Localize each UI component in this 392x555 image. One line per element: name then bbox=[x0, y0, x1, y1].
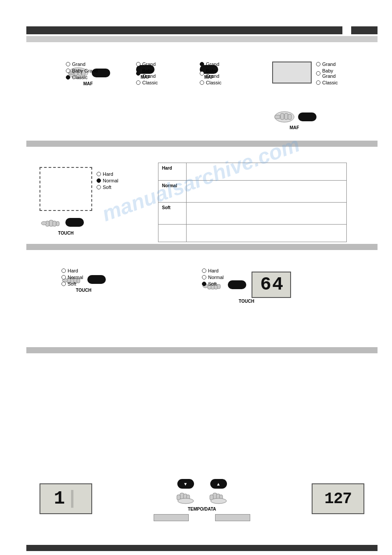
touch-button[interactable] bbox=[65, 218, 84, 227]
radio-normal-s3l[interactable]: Normal bbox=[61, 275, 83, 280]
radio-normal[interactable]: Normal bbox=[97, 178, 118, 183]
radio-classic-3[interactable]: Classic bbox=[200, 80, 221, 85]
bottom-right-display-container: 127 bbox=[312, 483, 364, 514]
radio-hard-s3l[interactable]: Hard bbox=[61, 268, 83, 273]
radio-circle-soft-s3l bbox=[61, 282, 66, 286]
touch-button-row bbox=[40, 214, 92, 230]
button-row-4 bbox=[272, 109, 316, 124]
radio-label-grand-2: Grand bbox=[142, 62, 156, 67]
radio-label-babygrand-1: Baby Grand bbox=[72, 68, 98, 73]
touch-left: Hard Normal Soft TOUCH bbox=[40, 167, 92, 236]
tempo-up-button[interactable]: ▲ bbox=[210, 479, 227, 489]
radio-soft-s3l[interactable]: Soft bbox=[61, 281, 83, 287]
radio-label-normal: Normal bbox=[103, 178, 118, 183]
radio-circle-normal-s3r bbox=[202, 275, 206, 279]
touch-button-s3l[interactable] bbox=[87, 275, 106, 284]
radio-circle-babygrand-2 bbox=[136, 71, 140, 76]
radio-soft-s3r[interactable]: Soft bbox=[202, 281, 223, 287]
hand-icon-touch bbox=[40, 214, 64, 230]
radio-circle-normal-s3l bbox=[61, 275, 66, 279]
radio-label-classic-1: Classic bbox=[72, 75, 87, 80]
radio-label-soft: Soft bbox=[103, 185, 111, 190]
radio-circle-classic-4 bbox=[316, 80, 320, 85]
bottom-left-partial: | bbox=[67, 488, 78, 509]
table-cell-extra-value bbox=[187, 225, 347, 242]
radio-normal-s3r[interactable]: Normal bbox=[202, 275, 223, 280]
info-table-container: Hard Normal Soft bbox=[158, 163, 347, 242]
tempo-down-group: ▼ bbox=[173, 479, 198, 505]
table-cell-normal-value bbox=[187, 181, 347, 203]
radio-hard[interactable]: Hard bbox=[97, 171, 118, 177]
touch-radio-s3-right: Hard Normal Soft bbox=[202, 268, 223, 287]
table-row-normal: Normal bbox=[158, 181, 347, 203]
radio-circle-babygrand-3 bbox=[200, 71, 204, 76]
table-row-extra bbox=[158, 225, 347, 242]
radio-label-babygrand-3: Baby Grand bbox=[206, 68, 221, 79]
radio-classic-2[interactable]: Classic bbox=[136, 80, 158, 85]
radio-grand-1[interactable]: Grand bbox=[66, 62, 98, 67]
tempo-bottom-buttons bbox=[154, 514, 250, 521]
radio-group-3: Grand Baby Grand Classic bbox=[200, 62, 221, 85]
svg-rect-8 bbox=[284, 113, 288, 120]
radio-circle-babygrand-1 bbox=[66, 69, 70, 73]
svg-rect-15 bbox=[56, 221, 59, 226]
radio-label-babygrand-4: Baby Grand bbox=[322, 68, 338, 79]
radio-label-babygrand-2: Baby Grand bbox=[142, 68, 158, 79]
radio-soft[interactable]: Soft bbox=[97, 185, 118, 190]
svg-rect-13 bbox=[53, 221, 56, 226]
radio-circle-soft bbox=[97, 185, 101, 189]
section-divider-2 bbox=[26, 244, 378, 250]
radio-label-grand-4: Grand bbox=[322, 62, 336, 67]
radio-label-soft-s3r: Soft bbox=[208, 281, 217, 287]
svg-rect-10 bbox=[281, 113, 284, 120]
radio-group-2: Grand Baby Grand Classic bbox=[136, 62, 158, 85]
radio-circle-classic-1 bbox=[66, 75, 70, 80]
lcd-digit-4: 4 bbox=[272, 274, 282, 295]
radio-babygrand-2[interactable]: Baby Grand bbox=[136, 68, 158, 79]
section-divider-1 bbox=[26, 141, 378, 147]
radio-group-1: Grand Baby Grand Classic bbox=[66, 62, 98, 80]
radio-label-classic-2: Classic bbox=[142, 80, 158, 85]
touch-button-s3r[interactable] bbox=[228, 280, 246, 289]
svg-point-33 bbox=[178, 498, 194, 504]
radio-babygrand-1[interactable]: Baby Grand bbox=[66, 68, 98, 73]
radio-circle-soft-s3r bbox=[202, 282, 206, 286]
svg-rect-9 bbox=[288, 114, 291, 120]
radio-label-hard-s3l: Hard bbox=[68, 268, 78, 273]
maf-label-1: MAF bbox=[66, 81, 110, 86]
bottom-left-display-container: 1 | bbox=[40, 483, 92, 514]
radio-label-grand-3: Grand bbox=[206, 62, 219, 67]
radio-babygrand-3[interactable]: Baby Grand bbox=[200, 68, 221, 79]
maf-group-2: Grand Baby Grand Classic MAF bbox=[136, 62, 155, 80]
radio-circle-grand-3 bbox=[200, 62, 204, 66]
hand-up-icon bbox=[206, 490, 230, 505]
maf-group-4: Grand Baby Grand Classic MAF bbox=[272, 62, 316, 130]
maf-button-4[interactable] bbox=[298, 112, 316, 121]
lcd-display-64: 6 4 bbox=[252, 272, 291, 298]
tempo-btn-right[interactable] bbox=[215, 514, 250, 521]
tempo-down-button[interactable]: ▼ bbox=[177, 479, 194, 489]
radio-grand-3[interactable]: Grand bbox=[200, 62, 221, 67]
tempo-down-arrow: ▼ bbox=[183, 482, 188, 486]
maf-group-3: Grand Baby Grand Classic MAF bbox=[200, 62, 218, 80]
bottom-left-digit: 1 bbox=[54, 488, 65, 509]
radio-classic-4[interactable]: Classic bbox=[316, 80, 338, 85]
radio-grand-2[interactable]: Grand bbox=[136, 62, 158, 67]
radio-grand-4[interactable]: Grand bbox=[316, 62, 338, 67]
maf-group-1: Grand Baby Grand Classic MAF bbox=[66, 62, 110, 86]
radio-label-classic-4: Classic bbox=[322, 80, 338, 85]
radio-babygrand-4[interactable]: Baby Grand bbox=[316, 68, 338, 79]
table-row-hard: Hard bbox=[158, 163, 347, 181]
touch-label: TOUCH bbox=[40, 231, 92, 236]
sub-header-bar bbox=[26, 36, 378, 42]
bottom-bar bbox=[26, 545, 378, 551]
touch-radio-group: Hard Normal Soft bbox=[97, 171, 118, 190]
table-row-soft: Soft bbox=[158, 203, 347, 225]
touch-radio-s3-left: Hard Normal Soft bbox=[61, 268, 83, 287]
radio-hard-s3r[interactable]: Hard bbox=[202, 268, 223, 273]
tempo-btn-left[interactable] bbox=[154, 514, 189, 521]
touch-right-s3: Hard Normal Soft 6 bbox=[202, 268, 291, 304]
radio-classic-1[interactable]: Classic bbox=[66, 75, 98, 80]
radio-label-soft-s3l: Soft bbox=[68, 281, 76, 287]
table-cell-hard-value bbox=[187, 163, 347, 181]
